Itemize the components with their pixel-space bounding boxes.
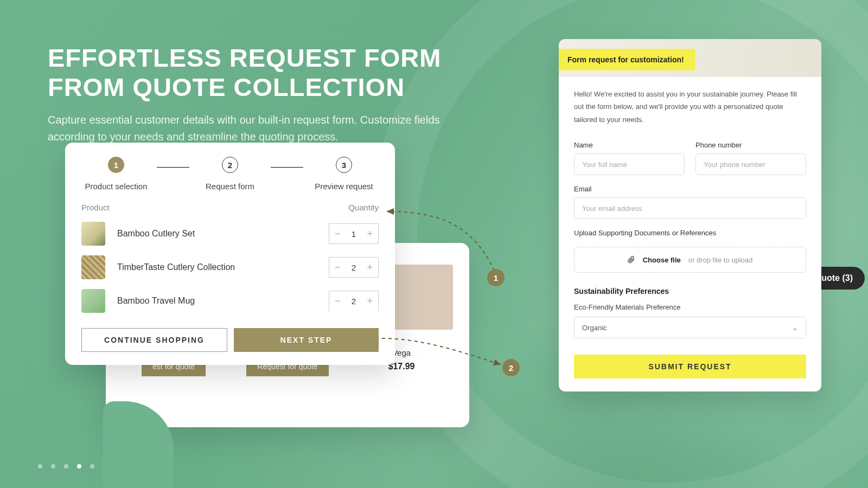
plus-icon[interactable]: +: [367, 262, 373, 273]
col-quantity: Quantity: [348, 203, 379, 212]
drop-hint: or drop file to upload: [688, 256, 753, 264]
plus-icon[interactable]: +: [367, 228, 373, 240]
minus-icon[interactable]: −: [335, 228, 341, 240]
phone-input[interactable]: [695, 153, 806, 175]
form-intro: Hello! We're excited to assist you in yo…: [574, 88, 806, 126]
carousel-dot[interactable]: [51, 464, 55, 468]
minus-icon[interactable]: −: [335, 262, 341, 273]
step-3: 3 Preview request: [311, 157, 376, 191]
carousel-dot-active[interactable]: [77, 464, 81, 468]
upload-dropzone[interactable]: Choose file or drop file to upload: [574, 247, 806, 273]
product-name: TimberTaste Cutlery Collection: [117, 262, 317, 272]
plus-icon[interactable]: +: [367, 296, 373, 307]
email-label: Email: [574, 185, 806, 193]
step-circle: 1: [108, 157, 124, 173]
paperclip-icon: [628, 256, 635, 264]
hero-title: EFFORTLESS REQUEST FORM FROM QUOTE COLLE…: [48, 43, 471, 102]
annotation-badge-2: 2: [502, 359, 520, 376]
quantity-stepper[interactable]: − 2 +: [329, 257, 379, 278]
col-product: Product: [81, 203, 110, 212]
quantity-value: 2: [352, 263, 356, 272]
phone-label: Phone number: [695, 141, 806, 149]
step-circle: 3: [336, 157, 352, 173]
table-row: Bamboo Cutlery Set − 1 +: [81, 222, 379, 246]
hero: EFFORTLESS REQUEST FORM FROM QUOTE COLLE…: [48, 43, 471, 145]
name-input[interactable]: [574, 153, 685, 175]
preferences-heading: Sustainability Preferences: [574, 287, 806, 296]
hero-subtitle: Capture essential customer details with …: [48, 112, 449, 145]
minus-icon[interactable]: −: [335, 296, 341, 307]
step-circle: 2: [222, 157, 238, 173]
table-header: Product Quantity: [81, 203, 379, 212]
submit-request-button[interactable]: SUBMIT REQUEST: [574, 355, 806, 378]
email-input[interactable]: [574, 197, 806, 219]
product-name: Bamboo Travel Mug: [117, 296, 317, 306]
choose-file-label: Choose file: [643, 256, 681, 264]
stepper: 1 Product selection 2 Request form 3 Pre…: [81, 157, 379, 191]
upload-label: Upload Supporting Documents or Reference…: [574, 229, 806, 237]
product-thumb: [81, 289, 105, 313]
step-2: 2 Request form: [197, 157, 263, 191]
annotation-badge-1: 1: [487, 269, 505, 286]
product-name: Bamboo Cutlery Set: [117, 229, 317, 239]
select-value: Organic: [582, 324, 607, 332]
preferences-select[interactable]: Organic ⌄: [574, 317, 806, 338]
quantity-stepper[interactable]: − 1 +: [329, 223, 379, 244]
carousel-dot[interactable]: [64, 464, 68, 468]
form-tag: Form request for customization!: [559, 49, 695, 70]
table-row: Bamboo Travel Mug − 2 +: [81, 289, 379, 313]
form-hero: Form request for customization!: [559, 39, 821, 77]
step-1: 1 Product selection: [84, 157, 149, 191]
carousel-dot[interactable]: [90, 464, 94, 468]
request-form-card: Form request for customization! Hello! W…: [559, 39, 821, 391]
table-row: TimberTaste Cutlery Collection − 2 +: [81, 255, 379, 279]
step-connector: [271, 167, 303, 168]
step-label: Request form: [206, 182, 254, 191]
product-thumb: [81, 222, 105, 246]
chevron-down-icon: ⌄: [792, 324, 798, 332]
carousel-dot[interactable]: [38, 464, 42, 468]
quantity-value: 1: [352, 229, 356, 239]
quantity-stepper[interactable]: − 2 +: [329, 291, 379, 311]
step-label: Product selection: [85, 182, 147, 191]
continue-shopping-button[interactable]: CONTINUE SHOPPING: [81, 328, 227, 352]
next-step-button[interactable]: NEXT STEP: [234, 328, 379, 352]
quote-steps-card: 1 Product selection 2 Request form 3 Pre…: [65, 143, 395, 365]
step-connector: [157, 167, 189, 168]
quantity-value: 2: [352, 297, 356, 306]
name-label: Name: [574, 141, 685, 149]
arrow-2: [380, 332, 515, 386]
product-thumb: [81, 255, 105, 279]
arrow-1: [379, 206, 509, 331]
step-label: Preview request: [315, 182, 373, 191]
preferences-label: Eco-Friendly Materials Preference: [574, 303, 806, 311]
